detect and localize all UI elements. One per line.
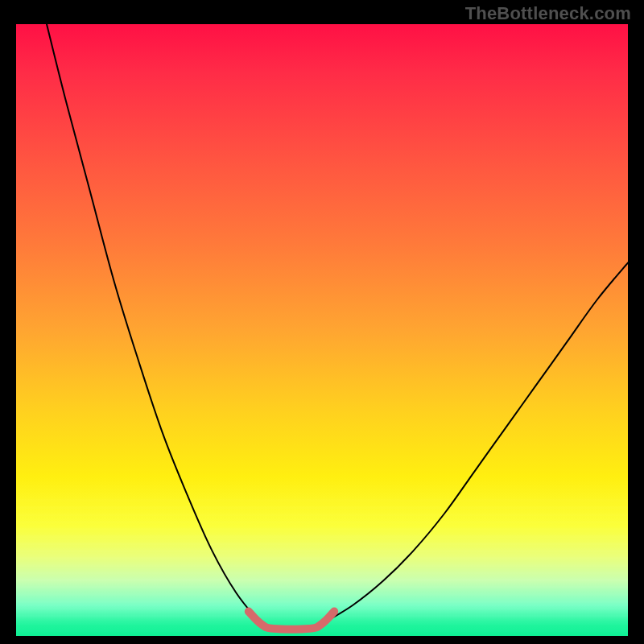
series-valley-highlight	[249, 612, 334, 630]
series-left-branch	[47, 24, 261, 624]
plot-area	[16, 24, 628, 636]
watermark-text: TheBottleneck.com	[465, 3, 631, 24]
curve-layer	[16, 24, 628, 636]
series-right-branch	[322, 262, 628, 623]
chart-frame: TheBottleneck.com	[0, 0, 644, 644]
